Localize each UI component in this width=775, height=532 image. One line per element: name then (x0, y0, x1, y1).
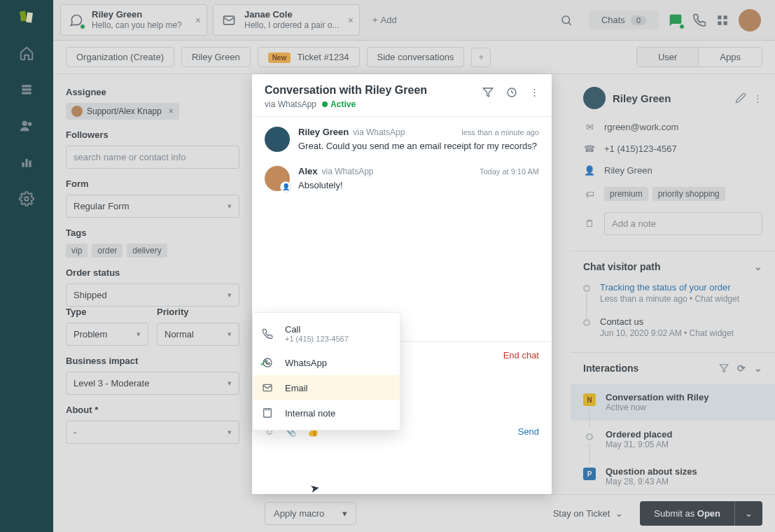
chevron-down-icon: ▾ (228, 202, 232, 211)
priority-label: Priority (157, 307, 239, 317)
interaction-title: Question about sizes (606, 466, 697, 477)
chat-bubble-icon (68, 12, 85, 29)
end-chat-button[interactable]: End chat (503, 350, 539, 360)
home-icon[interactable] (17, 43, 36, 63)
conversation-via: via WhatsApp (265, 99, 316, 109)
side-conversations-tab[interactable]: Side conversations (367, 47, 465, 67)
interaction-item[interactable]: Ordered placed May 31, 9:05 AM (571, 421, 775, 458)
chevron-down-icon[interactable]: ⌄ (754, 363, 762, 374)
followers-label: Followers (66, 130, 239, 140)
svg-rect-7 (22, 162, 24, 167)
chats-indicator[interactable]: Chats 0 (589, 10, 659, 29)
svg-point-12 (562, 16, 570, 24)
more-icon[interactable]: ⋮ (530, 87, 539, 98)
conversation-panel: Conversation with Riley Green via WhatsA… (252, 74, 552, 494)
add-context-tab[interactable]: + (471, 48, 491, 67)
tag-icon: 🏷 (583, 189, 596, 200)
reports-icon[interactable] (17, 153, 36, 172)
message-body: Absolutely! (298, 179, 539, 192)
history-icon[interactable] (506, 87, 517, 98)
close-icon[interactable]: × (195, 15, 201, 26)
agent-badge-icon: 👤 (280, 181, 291, 192)
apps-segment[interactable]: Apps (699, 48, 762, 66)
customers-icon[interactable] (17, 116, 36, 136)
followers-input[interactable] (66, 146, 239, 169)
tags-label: Tags (66, 227, 239, 238)
add-note-input[interactable]: Add a note (604, 212, 762, 235)
customer-email: rgreen@work.com (604, 122, 678, 132)
message-avatar (265, 127, 290, 152)
views-icon[interactable] (17, 80, 36, 99)
stay-on-ticket-select[interactable]: Stay on Ticket ⌄ (545, 503, 632, 524)
apps-grid-icon[interactable] (716, 14, 729, 27)
apply-macro-select[interactable]: Apply macro ▾ (265, 502, 356, 525)
channel-option-email[interactable]: Email ➤ (253, 375, 400, 400)
person-icon: 👤 (583, 165, 596, 176)
channel-option-call[interactable]: Call +1 (415) 123-4567 (253, 317, 400, 350)
submit-caret[interactable]: ⌄ (734, 501, 762, 526)
form-select[interactable]: Regular Form▾ (66, 195, 239, 218)
chevron-down-icon: ▾ (228, 330, 232, 339)
more-icon[interactable]: ⋮ (753, 93, 762, 104)
conversation-tab[interactable]: Janae Cole Hello, I ordered a pair o... … (213, 4, 360, 36)
filter-icon[interactable] (719, 363, 729, 373)
impact-label: Business impact (66, 356, 239, 366)
about-label: About * (66, 405, 239, 415)
svg-point-10 (25, 197, 29, 201)
org-tab[interactable]: Organization (Create) (66, 47, 174, 67)
ticket-tab[interactable]: New Ticket #1234 (258, 47, 360, 67)
user-segment[interactable]: User (637, 48, 699, 66)
about-select[interactable]: -▾ (66, 421, 239, 444)
message-author: Alex (298, 166, 317, 176)
type-select[interactable]: Problem▾ (66, 323, 148, 346)
interaction-item[interactable]: N Conversation with Riley Active now (571, 384, 775, 421)
user-tab[interactable]: Riley Green (181, 47, 251, 67)
impact-select[interactable]: Level 3 - Moderate▾ (66, 372, 239, 395)
path-meta: Less than a minute ago • Chat widget (600, 294, 739, 304)
chevron-down-icon: ▾ (228, 428, 232, 437)
interaction-item[interactable]: P Question about sizes May 28, 9:43 AM (571, 458, 775, 495)
add-tab-button[interactable]: + Add (363, 10, 407, 29)
submit-button[interactable]: Submit as Open ⌄ (640, 501, 762, 526)
assignee-value[interactable]: Support/Alex Knapp × (66, 103, 179, 120)
send-button[interactable]: Send (518, 426, 539, 437)
tab-subtitle: Hello, I ordered a pair o... (244, 20, 339, 31)
chevron-down-icon[interactable]: ⌄ (754, 261, 762, 272)
tag-chip[interactable]: order (92, 244, 123, 258)
svg-rect-2 (22, 85, 31, 87)
user-avatar[interactable] (739, 9, 761, 31)
edit-icon[interactable] (735, 92, 746, 104)
chevron-down-icon: ⌄ (615, 508, 623, 519)
svg-rect-0 (20, 11, 27, 22)
tag-chip[interactable]: vip (66, 244, 88, 258)
path-link[interactable]: Tracking the status of your order (600, 282, 739, 293)
priority-select[interactable]: Normal▾ (157, 323, 239, 346)
remove-assignee-icon[interactable]: × (169, 106, 174, 116)
svg-rect-16 (724, 21, 727, 24)
channel-switcher-menu: Call +1 (415) 123-4567 ✓ WhatsApp Email … (252, 312, 400, 430)
channel-option-whatsapp[interactable]: ✓ WhatsApp (253, 350, 400, 375)
order-status-select[interactable]: Shipped▾ (66, 284, 239, 307)
chat-status-icon[interactable] (669, 13, 683, 27)
svg-rect-3 (22, 88, 31, 90)
customer-profile: Riley Green (604, 165, 652, 176)
tag-chip[interactable]: delivery (127, 244, 167, 258)
message-body: Great. Could you send me an email receip… (298, 140, 539, 153)
interaction-meta: May 31, 9:05 AM (606, 440, 672, 449)
phone-icon[interactable] (692, 13, 706, 27)
tags-container: vip order delivery (66, 244, 239, 258)
search-icon[interactable] (554, 8, 579, 33)
settings-icon[interactable] (17, 189, 36, 209)
refresh-icon[interactable]: ⟳ (737, 363, 746, 374)
message-avatar: 👤 (265, 166, 290, 191)
customer-name: Riley Green (613, 92, 728, 104)
online-dot-icon (80, 24, 85, 29)
conversation-tab[interactable]: Riley Green Hello, can you help me? × (60, 4, 207, 36)
filter-icon[interactable] (482, 87, 494, 98)
phone-icon (261, 328, 274, 340)
message-time: Today at 9:10 AM (480, 167, 539, 176)
close-icon[interactable]: × (348, 15, 354, 26)
interaction-title: Ordered placed (606, 429, 672, 440)
channel-option-note[interactable]: Internal note (253, 400, 400, 426)
svg-rect-14 (724, 15, 727, 19)
